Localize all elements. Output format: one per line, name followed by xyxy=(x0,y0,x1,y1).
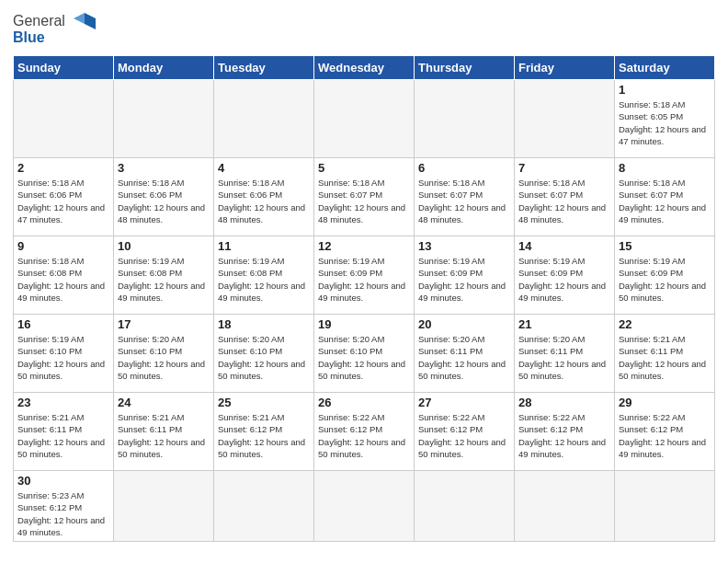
day-number: 18 xyxy=(218,317,310,331)
calendar-body: 1Sunrise: 5:18 AMSunset: 6:05 PMDaylight… xyxy=(14,80,715,542)
calendar-cell: 25Sunrise: 5:21 AMSunset: 6:12 PMDayligh… xyxy=(214,393,314,471)
logo: General Blue xyxy=(13,9,96,48)
day-number: 25 xyxy=(218,396,310,409)
calendar-table: SundayMondayTuesdayWednesdayThursdayFrid… xyxy=(13,55,715,542)
day-info: Sunrise: 5:22 AMSunset: 6:12 PMDaylight:… xyxy=(619,411,711,460)
day-info: Sunrise: 5:18 AMSunset: 6:06 PMDaylight:… xyxy=(17,177,109,225)
calendar-cell xyxy=(114,471,214,542)
calendar-cell: 29Sunrise: 5:22 AMSunset: 6:12 PMDayligh… xyxy=(615,393,715,471)
calendar-cell xyxy=(415,80,515,158)
day-number: 8 xyxy=(619,161,711,175)
day-info: Sunrise: 5:22 AMSunset: 6:12 PMDaylight:… xyxy=(418,411,510,460)
calendar-cell: 28Sunrise: 5:22 AMSunset: 6:12 PMDayligh… xyxy=(515,393,615,471)
calendar-cell xyxy=(14,80,114,158)
day-number: 2 xyxy=(17,161,109,175)
day-number: 14 xyxy=(518,239,610,253)
day-info: Sunrise: 5:19 AMSunset: 6:09 PMDaylight:… xyxy=(518,255,610,304)
calendar-cell: 15Sunrise: 5:19 AMSunset: 6:09 PMDayligh… xyxy=(615,236,715,315)
calendar-cell: 27Sunrise: 5:22 AMSunset: 6:12 PMDayligh… xyxy=(415,393,515,471)
day-number: 24 xyxy=(118,396,210,409)
calendar-cell: 12Sunrise: 5:19 AMSunset: 6:09 PMDayligh… xyxy=(314,236,415,315)
day-info: Sunrise: 5:21 AMSunset: 6:11 PMDaylight:… xyxy=(118,411,210,460)
svg-text:General: General xyxy=(13,13,65,29)
header: General Blue xyxy=(13,9,715,48)
day-info: Sunrise: 5:18 AMSunset: 6:05 PMDaylight:… xyxy=(619,98,711,147)
day-info: Sunrise: 5:19 AMSunset: 6:09 PMDaylight:… xyxy=(619,255,711,304)
calendar-cell xyxy=(114,80,214,158)
calendar-cell: 24Sunrise: 5:21 AMSunset: 6:11 PMDayligh… xyxy=(114,393,214,471)
calendar-cell xyxy=(214,471,314,542)
day-number: 27 xyxy=(418,396,510,409)
day-info: Sunrise: 5:18 AMSunset: 6:07 PMDaylight:… xyxy=(318,177,410,225)
day-info: Sunrise: 5:22 AMSunset: 6:12 PMDaylight:… xyxy=(518,411,610,460)
day-info: Sunrise: 5:20 AMSunset: 6:10 PMDaylight:… xyxy=(218,333,310,382)
calendar-cell xyxy=(615,471,715,542)
day-number: 15 xyxy=(619,239,711,253)
day-info: Sunrise: 5:21 AMSunset: 6:12 PMDaylight:… xyxy=(218,411,310,460)
day-info: Sunrise: 5:20 AMSunset: 6:11 PMDaylight:… xyxy=(518,333,610,382)
day-number: 6 xyxy=(418,161,510,175)
calendar-cell: 14Sunrise: 5:19 AMSunset: 6:09 PMDayligh… xyxy=(515,236,615,315)
svg-text:Blue: Blue xyxy=(13,29,45,45)
day-number: 21 xyxy=(518,317,610,331)
day-info: Sunrise: 5:18 AMSunset: 6:07 PMDaylight:… xyxy=(518,177,610,225)
day-info: Sunrise: 5:18 AMSunset: 6:07 PMDaylight:… xyxy=(418,177,510,225)
day-number: 7 xyxy=(518,161,610,175)
day-info: Sunrise: 5:19 AMSunset: 6:08 PMDaylight:… xyxy=(218,255,310,304)
calendar-week-4: 16Sunrise: 5:19 AMSunset: 6:10 PMDayligh… xyxy=(14,315,715,393)
calendar-cell: 16Sunrise: 5:19 AMSunset: 6:10 PMDayligh… xyxy=(14,315,114,393)
day-number: 3 xyxy=(118,161,210,175)
weekday-header-sunday: Sunday xyxy=(14,56,114,80)
day-number: 28 xyxy=(518,396,610,409)
day-number: 17 xyxy=(118,317,210,331)
weekday-header-thursday: Thursday xyxy=(415,56,515,80)
calendar-cell xyxy=(314,80,415,158)
day-number: 10 xyxy=(118,239,210,253)
calendar-cell: 1Sunrise: 5:18 AMSunset: 6:05 PMDaylight… xyxy=(615,80,715,158)
calendar-cell: 18Sunrise: 5:20 AMSunset: 6:10 PMDayligh… xyxy=(214,315,314,393)
generalblue-logo-svg: General Blue xyxy=(13,9,96,48)
day-number: 20 xyxy=(418,317,510,331)
day-info: Sunrise: 5:20 AMSunset: 6:10 PMDaylight:… xyxy=(118,333,210,382)
calendar-cell xyxy=(415,471,515,542)
day-info: Sunrise: 5:21 AMSunset: 6:11 PMDaylight:… xyxy=(17,411,109,460)
day-number: 4 xyxy=(218,161,310,175)
calendar-week-2: 2Sunrise: 5:18 AMSunset: 6:06 PMDaylight… xyxy=(14,158,715,236)
svg-marker-3 xyxy=(74,13,85,24)
day-info: Sunrise: 5:19 AMSunset: 6:10 PMDaylight:… xyxy=(17,333,109,382)
day-number: 29 xyxy=(619,396,711,409)
calendar-cell xyxy=(515,471,615,542)
day-info: Sunrise: 5:18 AMSunset: 6:08 PMDaylight:… xyxy=(17,255,109,304)
day-info: Sunrise: 5:19 AMSunset: 6:08 PMDaylight:… xyxy=(118,255,210,304)
day-number: 5 xyxy=(318,161,410,175)
calendar-cell: 19Sunrise: 5:20 AMSunset: 6:10 PMDayligh… xyxy=(314,315,415,393)
day-number: 9 xyxy=(17,239,109,253)
day-number: 23 xyxy=(17,396,109,409)
calendar-cell: 23Sunrise: 5:21 AMSunset: 6:11 PMDayligh… xyxy=(14,393,114,471)
day-number: 30 xyxy=(17,474,109,488)
weekday-header-friday: Friday xyxy=(515,56,615,80)
calendar-cell: 30Sunrise: 5:23 AMSunset: 6:12 PMDayligh… xyxy=(14,471,114,542)
weekday-header-wednesday: Wednesday xyxy=(314,56,415,80)
calendar-cell: 13Sunrise: 5:19 AMSunset: 6:09 PMDayligh… xyxy=(415,236,515,315)
calendar-week-5: 23Sunrise: 5:21 AMSunset: 6:11 PMDayligh… xyxy=(14,393,715,471)
calendar-cell: 22Sunrise: 5:21 AMSunset: 6:11 PMDayligh… xyxy=(615,315,715,393)
calendar-week-6: 30Sunrise: 5:23 AMSunset: 6:12 PMDayligh… xyxy=(14,471,715,542)
page: General Blue SundayMondayTuesdayWednesda… xyxy=(0,0,728,555)
calendar-cell: 4Sunrise: 5:18 AMSunset: 6:06 PMDaylight… xyxy=(214,158,314,236)
calendar-cell xyxy=(214,80,314,158)
day-number: 1 xyxy=(619,83,711,97)
calendar-cell: 5Sunrise: 5:18 AMSunset: 6:07 PMDaylight… xyxy=(314,158,415,236)
day-info: Sunrise: 5:21 AMSunset: 6:11 PMDaylight:… xyxy=(619,333,711,382)
day-info: Sunrise: 5:22 AMSunset: 6:12 PMDaylight:… xyxy=(318,411,410,460)
weekday-header-tuesday: Tuesday xyxy=(214,56,314,80)
svg-marker-2 xyxy=(85,13,96,29)
calendar-week-3: 9Sunrise: 5:18 AMSunset: 6:08 PMDaylight… xyxy=(14,236,715,315)
calendar-week-1: 1Sunrise: 5:18 AMSunset: 6:05 PMDaylight… xyxy=(14,80,715,158)
calendar-cell: 17Sunrise: 5:20 AMSunset: 6:10 PMDayligh… xyxy=(114,315,214,393)
calendar-cell: 21Sunrise: 5:20 AMSunset: 6:11 PMDayligh… xyxy=(515,315,615,393)
weekday-header-saturday: Saturday xyxy=(615,56,715,80)
day-number: 16 xyxy=(17,317,109,331)
calendar-cell: 10Sunrise: 5:19 AMSunset: 6:08 PMDayligh… xyxy=(114,236,214,315)
day-number: 19 xyxy=(318,317,410,331)
